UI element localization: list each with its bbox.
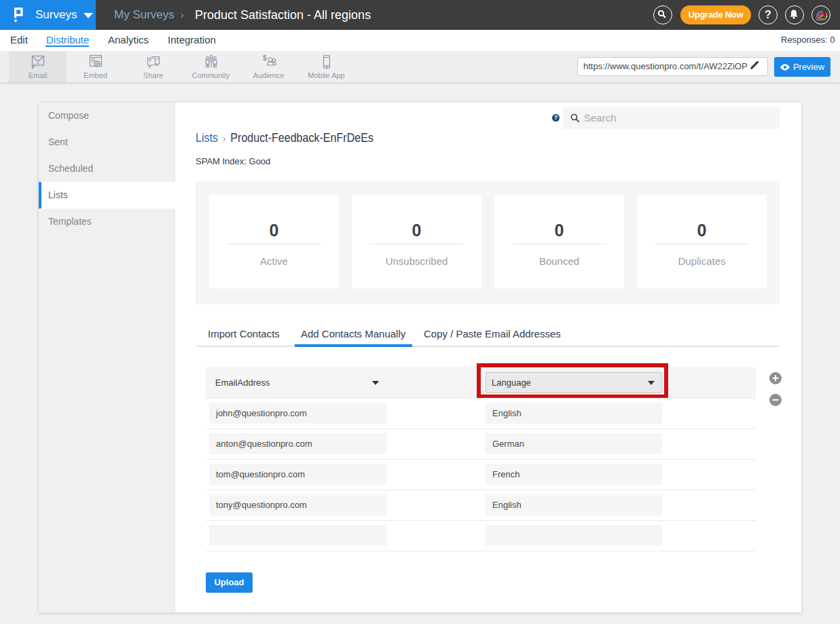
svg-text:$: $ — [263, 54, 267, 62]
